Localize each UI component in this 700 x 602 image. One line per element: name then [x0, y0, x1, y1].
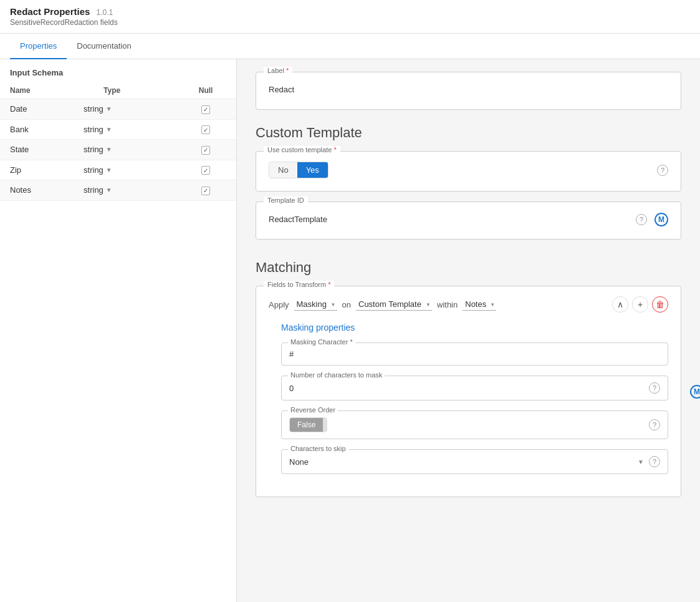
col-type: Type	[74, 82, 175, 99]
label-legend: Label *	[264, 67, 292, 74]
table-row: Zip string ▼ ✓	[0, 160, 236, 180]
masking-character-legend: Masking Character *	[288, 338, 355, 346]
apply-actions: ∧ + 🗑	[612, 296, 668, 313]
label-section: Label *	[256, 72, 681, 110]
row-name: State	[0, 140, 74, 160]
reverse-order-row: Reverse Order False ?	[281, 410, 668, 439]
notes-select-wrapper: Notes	[463, 298, 496, 311]
template-id-help-icon[interactable]: ?	[636, 214, 647, 225]
num-chars-legend: Number of characters to mask	[288, 371, 385, 379]
within-label: within	[437, 300, 458, 309]
row-null: ✓	[175, 119, 236, 140]
null-checkbox[interactable]: ✓	[201, 105, 210, 114]
toggle-no[interactable]: No	[269, 162, 297, 178]
tab-documentation[interactable]: Documentation	[67, 34, 141, 59]
main-layout: Input Schema Name Type Null Date string …	[0, 59, 700, 602]
matching-m-badge[interactable]: M	[690, 385, 700, 399]
reverse-order-legend: Reverse Order	[288, 406, 338, 414]
app-header: Redact Properties 1.0.1 SensitiveRecordR…	[0, 0, 700, 34]
null-checkbox[interactable]: ✓	[201, 125, 210, 134]
tabs-bar: Properties Documentation	[0, 34, 700, 59]
chars-to-skip-select[interactable]: None	[289, 457, 633, 467]
num-chars-box: Number of characters to mask ?	[281, 376, 668, 401]
fields-transform-container: Fields to Transform * Apply Masking on	[256, 286, 681, 497]
use-template-row: No Yes ?	[269, 162, 668, 178]
table-row: Bank string ▼ ✓	[0, 119, 236, 140]
chars-to-skip-legend: Characters to skip	[288, 445, 348, 452]
masking-props-container: Masking properties Masking Character *	[269, 323, 668, 474]
use-template-toggle[interactable]: No Yes	[269, 162, 328, 178]
reverse-order-help-icon[interactable]: ?	[649, 419, 660, 430]
false-option[interactable]: False	[290, 418, 323, 432]
num-chars-help-icon[interactable]: ?	[649, 382, 660, 394]
collapse-btn[interactable]: ∧	[612, 296, 628, 313]
custom-template-select-wrapper: Custom Template	[356, 298, 432, 311]
table-row: Date string ▼ ✓	[0, 99, 236, 120]
masking-props-title: Masking properties	[281, 323, 668, 333]
fields-transform-box: Fields to Transform * Apply Masking on	[256, 286, 681, 497]
col-null: Null	[175, 82, 236, 99]
col-name: Name	[0, 82, 74, 99]
template-id-row: ?	[269, 212, 647, 226]
custom-template-select[interactable]: Custom Template	[356, 298, 432, 311]
row-type: string ▼	[74, 160, 175, 180]
row-name: Notes	[0, 180, 74, 201]
chars-to-skip-row: Characters to skip None ▼ ?	[281, 449, 668, 474]
type-dropdown-icon[interactable]: ▼	[106, 126, 112, 133]
skip-arrow-icon: ▼	[638, 459, 644, 465]
masking-character-input[interactable]	[289, 349, 660, 359]
use-template-help-icon[interactable]: ?	[657, 165, 668, 176]
template-id-m-badge[interactable]: M	[654, 213, 668, 226]
reverse-order-toggle[interactable]: False	[289, 417, 327, 432]
type-dropdown-icon[interactable]: ▼	[106, 146, 112, 153]
apply-label: Apply	[269, 300, 289, 309]
on-label: on	[342, 300, 351, 309]
null-checkbox[interactable]: ✓	[201, 166, 210, 175]
use-template-legend: Use custom template *	[264, 146, 340, 153]
sidebar: Input Schema Name Type Null Date string …	[0, 59, 237, 602]
chars-to-skip-select-wrapper: None ▼	[289, 457, 644, 467]
row-null: ✓	[175, 140, 236, 160]
label-input[interactable]	[269, 82, 668, 97]
custom-template-heading: Custom Template	[256, 125, 681, 141]
reverse-order-box: Reverse Order False ?	[281, 410, 668, 439]
apply-row: Apply Masking on Custom Template within	[269, 296, 668, 313]
add-btn[interactable]: +	[632, 296, 648, 313]
num-chars-input[interactable]	[289, 384, 644, 393]
null-checkbox[interactable]: ✓	[201, 187, 210, 195]
masking-character-box: Masking Character *	[281, 342, 668, 366]
type-dropdown-icon[interactable]: ▼	[106, 105, 112, 112]
row-type: string ▼	[74, 140, 175, 160]
num-chars-row: Number of characters to mask ?	[281, 376, 668, 401]
app-title: Redact Properties 1.0.1	[10, 6, 690, 17]
delete-btn[interactable]: 🗑	[652, 296, 668, 313]
content-area: Label * Custom Template Use custom templ…	[237, 59, 700, 602]
row-null: ✓	[175, 180, 236, 201]
masking-character-row: Masking Character *	[281, 342, 668, 366]
null-checkbox[interactable]: ✓	[201, 146, 210, 155]
input-schema-title: Input Schema	[0, 59, 236, 82]
chars-to-skip-help-icon[interactable]: ?	[649, 456, 660, 467]
schema-table: Name Type Null Date string ▼ ✓ Bank stri	[0, 82, 236, 201]
row-type: string ▼	[74, 99, 175, 120]
notes-select[interactable]: Notes	[463, 298, 496, 311]
table-row: State string ▼ ✓	[0, 140, 236, 160]
matching-heading: Matching	[256, 260, 681, 276]
fields-transform-legend: Fields to Transform *	[264, 281, 334, 288]
tab-properties[interactable]: Properties	[10, 34, 67, 59]
template-id-legend: Template ID	[264, 197, 308, 204]
row-null: ✓	[175, 160, 236, 180]
toggle-yes[interactable]: Yes	[297, 162, 328, 178]
masking-select-wrapper: Masking	[294, 298, 337, 311]
app-subtitle: SensitiveRecordRedaction fields	[10, 18, 690, 27]
type-dropdown-icon[interactable]: ▼	[106, 167, 112, 173]
row-type: string ▼	[74, 119, 175, 140]
template-id-box: Template ID ? M	[256, 201, 681, 240]
type-dropdown-icon[interactable]: ▼	[106, 187, 112, 193]
table-row: Notes string ▼ ✓	[0, 180, 236, 201]
chars-to-skip-box: Characters to skip None ▼ ?	[281, 449, 668, 474]
masking-select[interactable]: Masking	[294, 298, 337, 311]
row-name: Bank	[0, 119, 74, 140]
row-name: Date	[0, 99, 74, 120]
template-id-input[interactable]	[269, 212, 631, 226]
